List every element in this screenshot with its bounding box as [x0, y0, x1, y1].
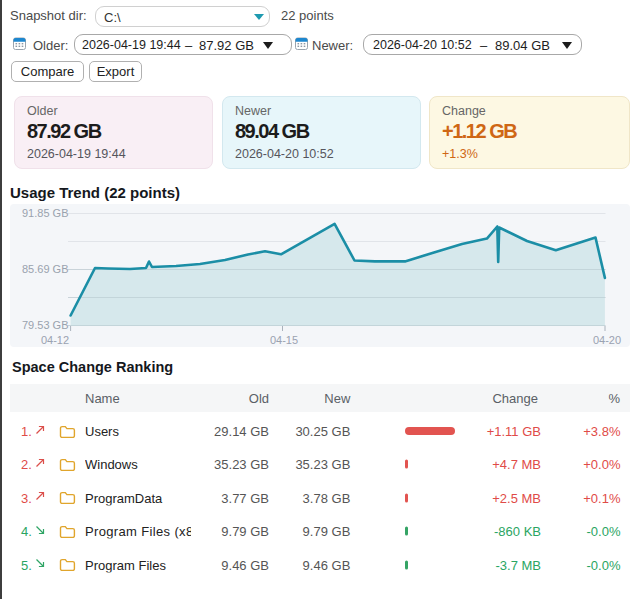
svg-text:04-12: 04-12 — [41, 334, 69, 346]
svg-text:91.85 GB: 91.85 GB — [22, 207, 68, 219]
svg-text:85.69 GB: 85.69 GB — [22, 263, 68, 275]
svg-text:04-20: 04-20 — [593, 334, 621, 346]
svg-text:79.53 GB: 79.53 GB — [22, 319, 68, 331]
svg-text:04-15: 04-15 — [270, 334, 298, 346]
